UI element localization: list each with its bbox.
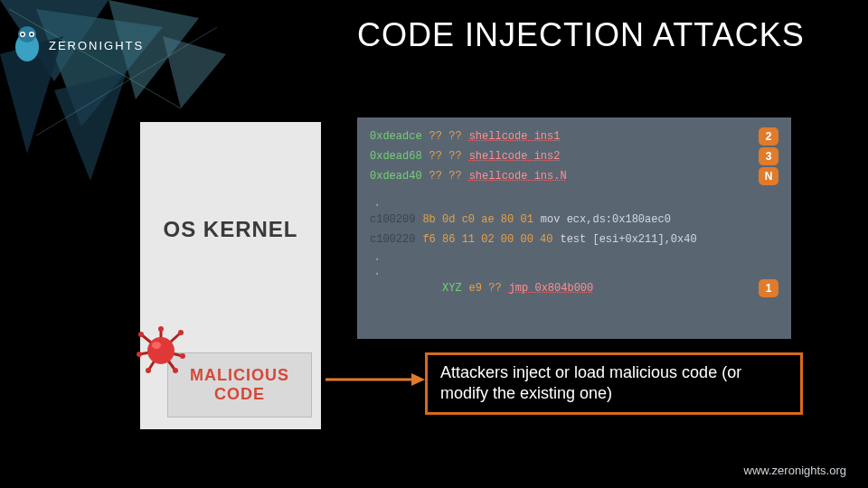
addr: XYZ (442, 282, 462, 295)
addr: 0xdead40 (370, 170, 422, 183)
svg-point-28 (147, 337, 175, 364)
asm: shellcode ins2 (469, 150, 561, 163)
bytes: f6 86 11 02 00 00 40 (422, 233, 552, 246)
svg-point-22 (178, 330, 184, 335)
bytes: e9 ?? (469, 282, 502, 295)
svg-point-29 (152, 342, 161, 349)
svg-point-24 (180, 353, 185, 359)
brand-name: ZERONIGHTS (49, 39, 144, 52)
code-row: c100220 f6 86 11 02 00 00 40 test [esi+0… (370, 230, 778, 249)
brand-logo: ZERONIGHTS (11, 25, 144, 65)
asm: test [esi+0x211],0x40 (560, 233, 696, 246)
step-badge: 1 (759, 279, 778, 297)
svg-point-27 (158, 326, 164, 332)
step-badge: 3 (759, 147, 778, 165)
asm: shellcode ins1 (469, 130, 561, 143)
malicious-label-line2: CODE (214, 385, 265, 404)
malicious-label-line1: MALICIOUS (190, 366, 289, 385)
asm: mov ecx,ds:0x180aec0 (541, 213, 671, 226)
svg-marker-4 (54, 72, 127, 181)
owl-icon (11, 25, 43, 65)
svg-marker-5 (163, 36, 226, 108)
malicious-code-card: MALICIOUS CODE (167, 352, 312, 418)
virus-icon (136, 325, 186, 376)
bytes: ?? ?? (429, 150, 462, 163)
asm: shellcode ins.N (469, 170, 567, 183)
ellipsis: . (370, 264, 778, 278)
code-row: XYZ e9 ?? jmp 0x804b000 1 (370, 278, 778, 298)
bytes: ?? ?? (429, 170, 462, 183)
asm: jmp 0x804b000 (509, 282, 594, 295)
code-row: 0xdead40 ?? ?? shellcode ins.N N (370, 166, 778, 186)
svg-point-23 (137, 352, 142, 357)
svg-point-13 (31, 33, 33, 36)
svg-marker-31 (411, 373, 425, 386)
arrow-icon (326, 371, 425, 389)
addr: c100220 (370, 233, 415, 246)
code-row: c100209 8b 0d c0 ae 80 01 mov ecx,ds:0x1… (370, 210, 778, 230)
ellipsis: . (370, 249, 778, 264)
slide-title: CODE INJECTION ATTACKS (357, 16, 805, 54)
svg-point-26 (173, 368, 178, 373)
code-row: 0xdead68 ?? ?? shellcode ins2 3 (370, 146, 778, 166)
disassembly-panel: 0xdeadce ?? ?? shellcode ins1 2 0xdead68… (357, 117, 791, 339)
os-kernel-label: OS KERNEL (163, 217, 297, 242)
step-badge: 2 (759, 127, 778, 145)
addr: 0xdead68 (370, 150, 422, 163)
addr: 0xdeadce (370, 130, 422, 143)
addr: c100209 (370, 213, 415, 226)
bytes: ?? ?? (429, 130, 462, 143)
step-badge: N (759, 167, 778, 185)
bytes: 8b 0d c0 ae 80 01 (422, 213, 533, 226)
svg-point-25 (146, 368, 151, 373)
code-row: 0xdeadce ?? ?? shellcode ins1 2 (370, 127, 778, 146)
ellipsis: . (370, 195, 778, 210)
svg-point-12 (22, 33, 24, 36)
callout-box: Attackers inject or load malicious code … (425, 352, 803, 415)
svg-point-21 (138, 332, 144, 337)
footer-url: www.zeronights.org (744, 464, 846, 477)
